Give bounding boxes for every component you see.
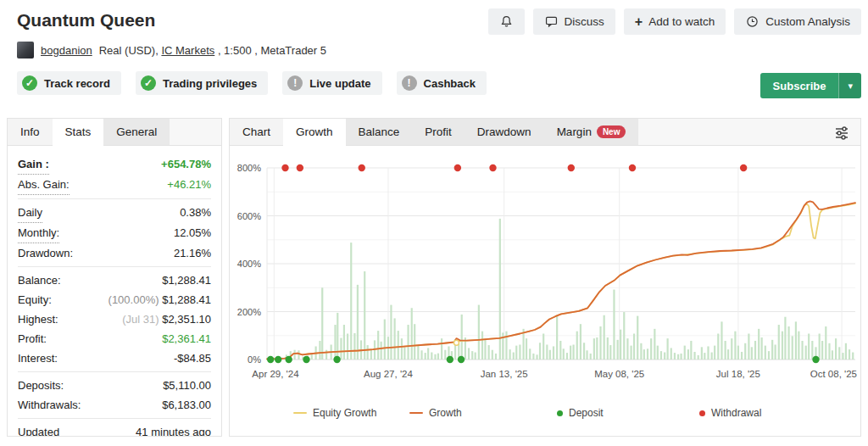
stat-value: 12.05% bbox=[174, 223, 211, 243]
subscribe-label[interactable]: Subscribe bbox=[760, 73, 839, 98]
page-header: Quantum Queen Discuss + Add to watch Cus… bbox=[0, 0, 868, 95]
tab-label: Margin bbox=[557, 125, 592, 138]
stat-value: $5,110.00 bbox=[163, 376, 211, 395]
svg-text:Aug 27, '24: Aug 27, '24 bbox=[364, 369, 413, 379]
svg-text:May 08, '25: May 08, '25 bbox=[594, 369, 644, 379]
stat-label: Highest: bbox=[18, 309, 58, 329]
tab-label: Info bbox=[20, 125, 40, 138]
tab-margin[interactable]: MarginNew bbox=[544, 119, 639, 145]
stat-value: (100.00%) $1,288.41 bbox=[108, 290, 211, 309]
tab-chart[interactable]: Chart bbox=[230, 119, 283, 145]
header-actions: Discuss + Add to watch Custom Analysis bbox=[488, 8, 861, 35]
svg-text:400%: 400% bbox=[237, 259, 261, 269]
svg-text:Jul 18, '25: Jul 18, '25 bbox=[716, 369, 760, 379]
chart-panel-tabs: ChartGrowthBalanceProfitDrawdownMarginNe… bbox=[230, 119, 860, 146]
tab-stats[interactable]: Stats bbox=[53, 119, 104, 146]
badge-label: Track record bbox=[44, 77, 110, 90]
stat-label: Profit: bbox=[18, 329, 47, 348]
tab-drawdown[interactable]: Drawdown bbox=[465, 119, 544, 145]
svg-text:Oct 08, '25: Oct 08, '25 bbox=[810, 369, 857, 379]
legend-item-withdrawal[interactable]: Withdrawal bbox=[699, 407, 761, 419]
chevron-down-icon: ▾ bbox=[848, 81, 853, 92]
chart-settings-icon[interactable] bbox=[833, 125, 850, 145]
legend-dot-swatch bbox=[699, 410, 705, 416]
stat-row-interest: Interest:-$84.85 bbox=[18, 348, 211, 368]
stat-label: Gain : bbox=[18, 154, 49, 175]
legend-label: Withdrawal bbox=[711, 407, 761, 419]
legend-label: Deposit bbox=[569, 407, 604, 419]
stats-list: Gain :+654.78%Abs. Gain:+46.21%Daily0.38… bbox=[8, 146, 221, 437]
bell-icon bbox=[499, 14, 514, 29]
subscribe-dropdown[interactable]: ▾ bbox=[838, 73, 861, 98]
stat-label: Equity: bbox=[18, 290, 52, 309]
stats-group: Balance:$1,288.41Equity:(100.00%) $1,288… bbox=[18, 266, 211, 371]
svg-text:Jan 13, '25: Jan 13, '25 bbox=[481, 369, 528, 379]
notifications-button[interactable] bbox=[488, 8, 525, 35]
tab-growth[interactable]: Growth bbox=[283, 119, 346, 146]
tab-label: Profit bbox=[425, 125, 452, 138]
account-info-row: bogdanion Real (USD), IC Markets , 1:500… bbox=[17, 42, 861, 59]
username-link[interactable]: bogdanion bbox=[41, 44, 92, 57]
svg-text:0%: 0% bbox=[248, 354, 261, 365]
exclamation-circle-icon: ! bbox=[402, 75, 417, 91]
stat-row-drawdown: Drawdown:21.16% bbox=[18, 243, 211, 263]
broker-link[interactable]: IC Markets bbox=[161, 44, 214, 57]
stat-value: (Jul 31) $2,351.10 bbox=[122, 309, 211, 329]
stat-label: Drawdown: bbox=[18, 243, 73, 263]
legend-dot-swatch bbox=[557, 410, 563, 416]
custom-analysis-button[interactable]: Custom Analysis bbox=[734, 8, 861, 35]
stat-row-balance: Balance:$1,288.41 bbox=[18, 270, 211, 290]
badge-track-record: ✓Track record bbox=[17, 71, 121, 95]
stats-group: Gain :+654.78%Abs. Gain:+46.21% bbox=[18, 151, 211, 198]
svg-text:800%: 800% bbox=[237, 163, 261, 173]
add-to-watch-label: Add to watch bbox=[648, 15, 715, 28]
tab-label: Drawdown bbox=[477, 125, 531, 138]
tab-label: Chart bbox=[242, 125, 270, 138]
tab-info[interactable]: Info bbox=[8, 119, 53, 145]
stat-label: Balance: bbox=[18, 270, 61, 290]
stats-panel: InfoStatsGeneral Gain :+654.78%Abs. Gain… bbox=[7, 118, 222, 437]
stat-label: Interest: bbox=[18, 348, 58, 368]
clock-icon bbox=[745, 14, 760, 29]
legend-item-deposit[interactable]: Deposit bbox=[557, 407, 604, 419]
stat-value-prefix: (Jul 31) bbox=[122, 313, 162, 326]
badge-live-update: !Live update bbox=[282, 71, 381, 95]
avatar[interactable] bbox=[17, 42, 34, 59]
exclamation-circle-icon: ! bbox=[287, 75, 303, 91]
svg-text:600%: 600% bbox=[237, 211, 261, 221]
stat-row-withdrawals: Withdrawals:$6,183.00 bbox=[18, 395, 211, 415]
custom-analysis-label: Custom Analysis bbox=[765, 15, 850, 28]
stat-value: +46.21% bbox=[167, 175, 211, 194]
add-to-watch-button[interactable]: + Add to watch bbox=[624, 8, 726, 35]
tab-profit[interactable]: Profit bbox=[412, 119, 465, 145]
svg-text:200%: 200% bbox=[237, 307, 261, 317]
content: InfoStatsGeneral Gain :+654.78%Abs. Gain… bbox=[0, 118, 868, 437]
badge-label: Cashback bbox=[424, 77, 476, 90]
stat-row-profit: Profit:$2,361.41 bbox=[18, 329, 211, 348]
growth-chart[interactable]: 0%200%400%600%800%Apr 29, '24Aug 27, '24… bbox=[230, 146, 861, 400]
stat-row-daily: Daily0.38% bbox=[18, 203, 211, 223]
check-circle-icon: ✓ bbox=[141, 75, 156, 91]
badge-cashback: !Cashback bbox=[397, 71, 487, 95]
plus-icon: + bbox=[635, 15, 643, 29]
stat-value: 0.38% bbox=[180, 203, 211, 222]
legend-item-growth[interactable]: Growth bbox=[409, 407, 462, 419]
tab-balance[interactable]: Balance bbox=[346, 119, 413, 145]
legend-label: Equity Growth bbox=[313, 407, 376, 419]
stat-row-gain: Gain :+654.78% bbox=[18, 154, 211, 175]
stat-row-deposits: Deposits:$5,110.00 bbox=[18, 376, 211, 395]
stat-value: $1,288.41 bbox=[162, 270, 211, 290]
tab-label: General bbox=[116, 125, 157, 138]
stat-row-highest: Highest:(Jul 31) $2,351.10 bbox=[18, 309, 211, 329]
legend-item-equity-growth[interactable]: Equity Growth bbox=[293, 407, 376, 419]
discuss-button[interactable]: Discuss bbox=[533, 8, 615, 35]
check-circle-icon: ✓ bbox=[22, 75, 37, 91]
stat-value: 21.16% bbox=[174, 243, 211, 263]
stat-row-updated: Updated41 minutes ago bbox=[18, 422, 211, 437]
chart-panel: ChartGrowthBalanceProfitDrawdownMarginNe… bbox=[229, 118, 861, 437]
tab-general[interactable]: General bbox=[103, 119, 170, 145]
stat-row-abs-gain: Abs. Gain:+46.21% bbox=[18, 175, 211, 195]
tab-label: Stats bbox=[65, 125, 92, 138]
account-info: Real (USD), IC Markets , 1:500 , MetaTra… bbox=[99, 44, 326, 57]
subscribe-button[interactable]: Subscribe ▾ bbox=[760, 73, 861, 98]
